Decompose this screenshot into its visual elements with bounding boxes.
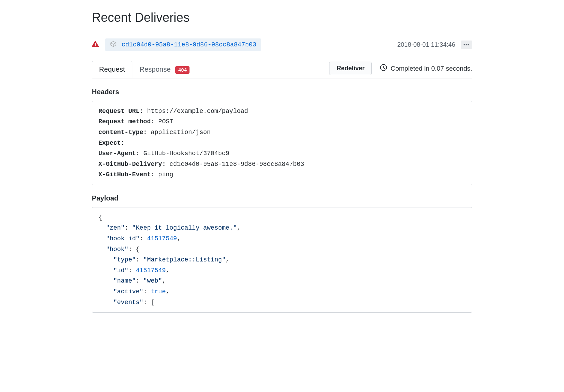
- clock-icon: [380, 64, 387, 73]
- completed-text: Completed in 0.07 seconds.: [390, 65, 472, 72]
- tabs: Request Response 404 Redeliver Completed…: [92, 61, 472, 79]
- delivery-id-chip[interactable]: cd1c04d0-95a8-11e8-9d86-98cc8a847b03: [105, 38, 261, 51]
- tab-response[interactable]: Response 404: [132, 61, 197, 79]
- delivery-timestamp: 2018-08-01 11:34:46: [397, 41, 455, 48]
- status-badge: 404: [175, 66, 190, 74]
- tab-response-label: Response: [140, 65, 171, 73]
- package-icon: [110, 41, 117, 49]
- delivery-id: cd1c04d0-95a8-11e8-9d86-98cc8a847b03: [122, 41, 256, 48]
- headers-title: Headers: [92, 88, 472, 96]
- tab-request[interactable]: Request: [92, 61, 132, 79]
- headers-block: Request URL: https://example.com/payload…: [92, 101, 472, 185]
- payload-title: Payload: [92, 194, 472, 202]
- alert-triangle-icon: [92, 41, 99, 49]
- redeliver-button[interactable]: Redeliver: [329, 62, 372, 75]
- more-actions-button[interactable]: •••: [461, 41, 472, 49]
- delivery-summary-row: cd1c04d0-95a8-11e8-9d86-98cc8a847b03 201…: [92, 38, 472, 51]
- payload-block: { "zen": "Keep it logically awesome.", "…: [92, 207, 472, 313]
- completed-info: Completed in 0.07 seconds.: [380, 64, 472, 73]
- page-title: Recent Deliveries: [92, 10, 472, 28]
